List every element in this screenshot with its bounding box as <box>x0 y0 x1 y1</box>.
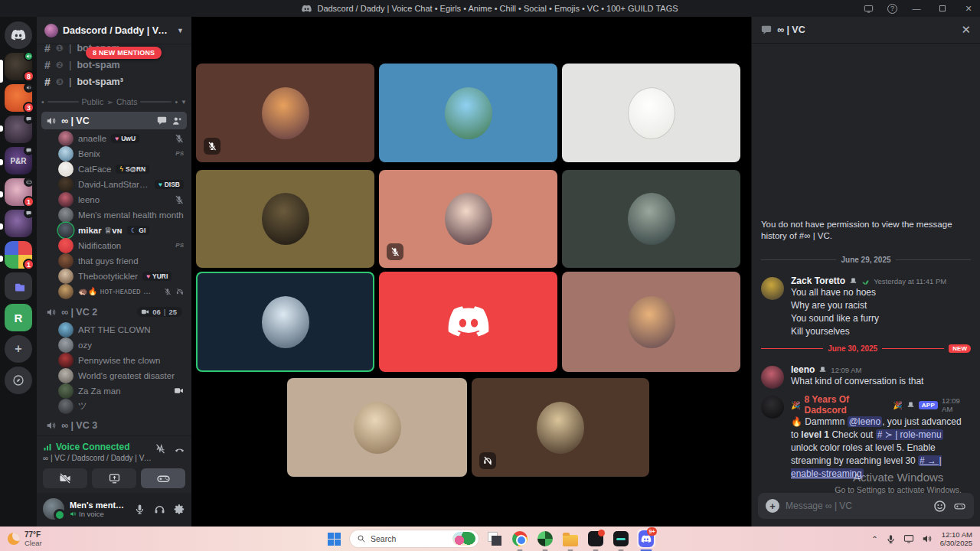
voice-tile[interactable] <box>196 170 374 268</box>
green-app-button[interactable] <box>536 530 554 548</box>
cast-screen-icon[interactable] <box>861 2 875 15</box>
voice-tile[interactable] <box>287 378 467 477</box>
voice-user-david[interactable]: David-LandStar-Op 1 ♥DISB <box>37 177 191 192</box>
message-input[interactable]: + Message ∞ | VC <box>758 493 974 519</box>
user-mention[interactable]: @leeno <box>848 416 883 427</box>
new-mentions-pill[interactable]: 8 NEW MENTIONS <box>86 47 162 59</box>
voice-user-pennywise[interactable]: Pennywise the clown <box>37 353 191 368</box>
invite-to-voice-icon[interactable] <box>172 116 182 126</box>
voice-tile[interactable] <box>379 64 557 162</box>
channel-bot-spam-2[interactable]: # ❷ | bot-spam <box>37 57 191 73</box>
voice-tile[interactable] <box>379 272 557 372</box>
voice-user-nidification[interactable]: Nidification PS <box>37 238 191 253</box>
voice-user-thebootytickler[interactable]: Thebootytickler ♥YURI <box>37 269 191 284</box>
server-home-button[interactable] <box>5 21 32 49</box>
weather-widget[interactable]: 77°F Clear <box>0 530 42 547</box>
activity-launcher-icon[interactable] <box>953 500 966 511</box>
voice-user-worlds-greatest-disaster[interactable]: World's greatest disaster <box>37 368 191 383</box>
teal-app-icon <box>613 531 629 546</box>
voice-tile[interactable] <box>562 272 740 372</box>
file-explorer-button[interactable] <box>561 530 580 548</box>
discord-app-button[interactable]: 9+ <box>637 530 655 548</box>
taskbar-clock[interactable]: 12:10 AM 6/30/2025 <box>940 530 972 547</box>
close-button[interactable]: ✕ <box>962 2 975 15</box>
add-attachment-icon[interactable]: + <box>766 499 779 513</box>
self-username[interactable]: Men's mental health month <box>70 500 129 510</box>
server-pr[interactable]: P&R <box>5 147 32 174</box>
chrome-app-button[interactable] <box>511 530 529 548</box>
voice-tile[interactable] <box>379 170 557 268</box>
voice-tile-speaking[interactable] <box>196 272 374 372</box>
voice-user-leeno[interactable]: leeno <box>37 192 191 207</box>
server-folder[interactable] <box>5 272 32 300</box>
self-avatar[interactable] <box>43 498 64 520</box>
close-chat-icon[interactable]: ✕ <box>961 23 971 37</box>
message-author[interactable]: leeno <box>791 364 815 375</box>
voice-user-hot-headed-hedge[interactable]: 🦔🔥 ʜᴏᴛ-ʜᴇᴀᴅᴇᴅ ʜᴇᴅɢᴇ… <box>37 284 191 299</box>
tray-expand-icon[interactable]: ⌃ <box>871 535 877 543</box>
server-photo[interactable] <box>5 116 32 143</box>
voice-user-za-za-man[interactable]: Za Za man <box>37 383 191 399</box>
voice-user-art-the-clown[interactable]: ART THE CLOWN <box>37 322 191 337</box>
tray-mic-icon[interactable] <box>886 533 896 544</box>
voice-user-benix[interactable]: Benix PS <box>37 146 191 161</box>
settings-gear-icon[interactable] <box>174 504 185 515</box>
task-view-button[interactable] <box>485 530 504 548</box>
server-rainbow[interactable]: 1 <box>5 241 32 269</box>
avatar[interactable] <box>761 396 784 419</box>
message-author[interactable]: Zack Toretto <box>791 276 845 286</box>
help-icon[interactable]: ? <box>887 4 897 14</box>
voice-status[interactable]: Voice Connected <box>56 442 129 452</box>
avatar-speaking <box>58 223 74 238</box>
mention-count-badge: 3 <box>23 102 34 113</box>
activities-button[interactable] <box>141 468 185 488</box>
open-chat-icon[interactable] <box>157 116 167 126</box>
green-r-app-button[interactable]: R <box>5 304 32 331</box>
server-anime[interactable]: 1 <box>5 178 32 206</box>
voice-tile[interactable] <box>196 64 374 162</box>
noise-suppression-icon[interactable] <box>155 443 166 455</box>
deafen-toggle-icon[interactable] <box>154 504 165 515</box>
add-server-button[interactable]: + <box>5 335 32 363</box>
emoji-picker-icon[interactable] <box>934 500 946 511</box>
avatar <box>354 402 401 454</box>
voice-badge <box>24 83 34 93</box>
voice-user-tsu[interactable]: ツ <box>37 399 191 414</box>
dark-app-button[interactable] <box>586 530 605 548</box>
voice-channel-vc3[interactable]: ∞ | VC 3 <box>41 417 187 434</box>
tray-volume-icon[interactable] <box>922 533 933 545</box>
channel-bot-spam-3[interactable]: # ❸ | bot-spam³ <box>37 73 191 90</box>
voice-channel-vc[interactable]: ∞ | VC <box>41 112 187 129</box>
channel-mention[interactable]: # ≻ | role-menu <box>876 429 943 440</box>
avatar[interactable] <box>761 277 784 300</box>
maximize-button[interactable] <box>936 2 949 15</box>
voice-tile[interactable] <box>472 378 649 477</box>
voice-tile[interactable] <box>562 64 740 162</box>
voice-user-anaelle[interactable]: anaelle ♥UwU <box>37 131 191 146</box>
server-dadscord[interactable]: 8 <box>5 53 32 80</box>
disconnect-call-icon[interactable] <box>174 443 185 455</box>
voice-tile[interactable] <box>562 170 740 268</box>
voice-user-catface[interactable]: CatFace ϟS@RN <box>37 161 191 177</box>
taskbar-search[interactable]: Search <box>350 530 479 547</box>
mic-muted-icon <box>175 134 184 143</box>
server-ghost[interactable] <box>5 210 32 237</box>
voice-channel-vc2[interactable]: ∞ | VC 2 06 | 25 <box>41 304 187 321</box>
explore-servers-button[interactable] <box>5 367 32 394</box>
mic-toggle-icon[interactable] <box>134 504 145 515</box>
voice-user-that-guys-friend[interactable]: that guys friend <box>37 253 191 269</box>
minimize-button[interactable]: — <box>910 2 923 15</box>
screen-share-button[interactable] <box>92 468 136 488</box>
message-author[interactable]: 8 Years Of Dadscord <box>804 394 889 416</box>
avatar[interactable] <box>761 366 784 389</box>
voice-user-ozy[interactable]: ozy <box>37 337 191 353</box>
voice-user-mens-mental-health[interactable]: Men's mental health month <box>37 207 191 223</box>
voice-user-mikar[interactable]: mikar ♕ᴠɴ ☾GI <box>37 223 191 238</box>
section-public-chats[interactable]: • Public ➢ Chats • ▼ <box>41 95 187 109</box>
teal-app-button[interactable] <box>612 530 630 548</box>
server-orange[interactable]: 3 <box>5 84 32 112</box>
tray-network-icon[interactable] <box>903 533 914 545</box>
start-button[interactable] <box>325 530 343 548</box>
avatar <box>58 322 74 337</box>
camera-off-button[interactable] <box>43 468 87 488</box>
